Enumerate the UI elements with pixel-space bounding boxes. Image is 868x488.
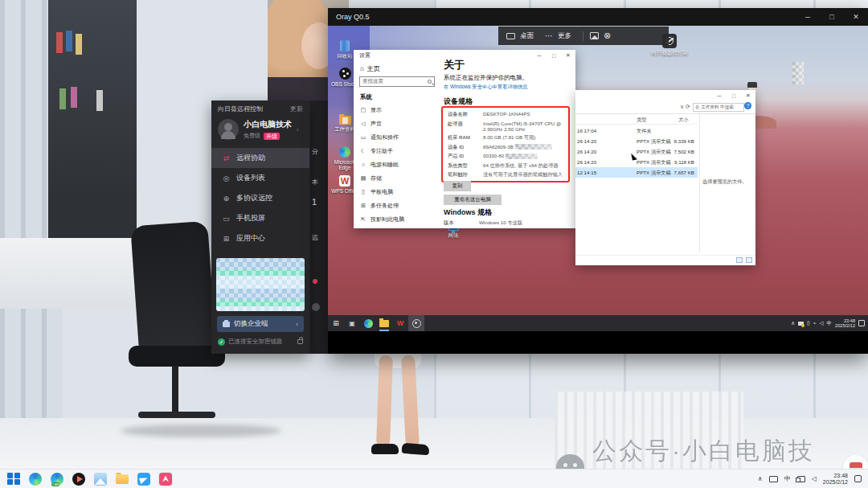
tray-network-icon[interactable]: ⌁ xyxy=(813,320,817,326)
nav-item-notifications[interactable]: ▭通知和操作 xyxy=(354,130,440,144)
tray-notification-icon[interactable] xyxy=(858,320,865,326)
remote-settings-button[interactable] xyxy=(408,315,424,331)
multi-protocol-icon xyxy=(222,195,231,203)
sunflower-icon xyxy=(159,473,172,486)
tray-clock[interactable]: 23:48 2025/2/12 xyxy=(835,318,855,329)
book-spine xyxy=(76,34,82,55)
nav-item-power[interactable]: ○电源和睡眠 xyxy=(354,158,440,171)
nav-item-focus[interactable]: ☾专注助手 xyxy=(354,144,440,158)
toolbar-desktop-label[interactable]: 桌面 xyxy=(520,31,534,41)
screenshot-icon[interactable] xyxy=(590,32,599,39)
tray-ime[interactable]: 中 xyxy=(827,320,833,327)
file-row[interactable]: 26 14:20PPTX 演示文稿7,502 KB xyxy=(575,146,698,157)
close-button[interactable]: ✕ xyxy=(844,8,868,26)
sidebar-item-phone-cast[interactable]: 手机投屏 xyxy=(211,208,309,228)
taskbar-media-player-button[interactable] xyxy=(72,472,86,486)
tray-ime[interactable]: 中 xyxy=(784,474,791,483)
edge-icon xyxy=(364,319,373,328)
rename-pc-button[interactable]: 重命名这台电脑 xyxy=(444,195,502,205)
paper-plane-app-icon xyxy=(137,473,150,486)
device-list-icon xyxy=(222,174,231,182)
tray-chevron-up-icon[interactable]: ∧ xyxy=(791,320,795,326)
minimize-button[interactable]: ─ xyxy=(796,8,820,26)
taskbar-edge-canary-button[interactable]: CAN xyxy=(50,472,64,486)
nav-item-display[interactable]: ▢显示 xyxy=(354,103,440,117)
nav-item-storage[interactable]: ▤存储 xyxy=(354,171,440,185)
toolbar-more-label[interactable]: 更多 xyxy=(558,31,571,41)
tray-chevron-up-icon[interactable]: ∧ xyxy=(758,475,763,482)
spec-row: 机带 RAM8.00 GB (7.81 GB 可用) xyxy=(448,134,565,141)
oray-titlebar[interactable]: Oray Q0.5 ─ □ ✕ xyxy=(328,8,868,26)
nav-item-multitasking[interactable]: ⊞多任务处理 xyxy=(354,199,440,212)
device-spec-highlight-box: 设备名称DESKTOP-1KN44PS 处理器Intel(R) Core(TM)… xyxy=(441,106,570,182)
sidebar-item-app-center[interactable]: 应用中心 xyxy=(211,228,309,248)
file-row-selected[interactable]: 12 14:15PPTX 演示文稿7,657 KB xyxy=(575,167,698,178)
explorer-titlebar[interactable]: ─ □ ✕ xyxy=(575,90,755,101)
column-type[interactable]: 类型 xyxy=(637,117,647,124)
edge-icon xyxy=(339,146,350,158)
remote-edge-button[interactable] xyxy=(360,315,376,331)
remote-wps-button[interactable]: W xyxy=(392,315,408,331)
book-spine xyxy=(59,88,66,109)
nav-item-sound[interactable]: ◁声音 xyxy=(354,117,440,130)
notification-center-icon[interactable] xyxy=(854,475,862,482)
security-center-link[interactable]: 在 Windows 安全中心中查看详细信息 xyxy=(444,84,528,91)
detail-view-button[interactable] xyxy=(746,257,752,263)
host-clock[interactable]: 23:48 2025/2/12 xyxy=(823,473,848,486)
app-center-icon xyxy=(222,235,231,243)
ad-banner-blurred[interactable] xyxy=(216,258,305,311)
host-taskbar: CAN ∧ 中 23:48 2025/2/12 xyxy=(0,469,868,488)
sidebar-item-device-list[interactable]: 设备列表 xyxy=(211,168,309,188)
home-icon: ⌂ xyxy=(360,65,364,72)
tray-security-flag-icon[interactable] xyxy=(798,322,804,326)
nav-item-projecting[interactable]: ⇱投影到此电脑 xyxy=(354,212,440,226)
wallpaper-chair-seat xyxy=(129,346,225,367)
taskbar-sunflower-button[interactable] xyxy=(158,472,173,486)
tray-volume-icon[interactable]: ◁ xyxy=(820,320,824,326)
remote-task-view-button[interactable] xyxy=(344,315,360,331)
taskbar-blue-app-button[interactable] xyxy=(137,472,151,486)
close-button[interactable]: ✕ xyxy=(741,90,755,101)
taskbar-photos-button[interactable] xyxy=(93,472,108,486)
sidebar-item-multi-protocol[interactable]: 多协议远控 xyxy=(211,188,309,208)
taskbar-edge-button[interactable] xyxy=(28,472,43,486)
file-row[interactable]: 26 14:20PPTX 演示文稿8,339 KB xyxy=(575,136,698,146)
tray-phone-icon[interactable]: ▯ xyxy=(807,320,810,326)
list-view-button[interactable] xyxy=(736,257,743,263)
help-icon[interactable]: ? xyxy=(744,102,751,109)
touch-keyboard-icon[interactable] xyxy=(769,476,778,482)
column-size[interactable]: 大小 xyxy=(678,117,689,124)
switch-enterprise-button[interactable]: 切换企业端 › xyxy=(217,316,304,332)
settings-search-input[interactable]: 查找设置 xyxy=(359,76,435,87)
settings-home[interactable]: ⌂ 主页 xyxy=(360,64,380,73)
maximize-button[interactable]: □ xyxy=(727,90,741,101)
file-row[interactable]: 16 17:04文件夹 xyxy=(575,125,698,136)
projecting-icon: ⇱ xyxy=(360,216,366,223)
taskbar-explorer-button[interactable] xyxy=(115,472,129,486)
remote-start-button[interactable] xyxy=(328,315,344,331)
panel-fragment: 本 xyxy=(312,178,328,187)
minimize-button[interactable]: ─ xyxy=(712,90,727,101)
copy-button[interactable]: 复制 xyxy=(444,181,471,191)
maximize-button[interactable]: □ xyxy=(820,8,844,26)
profile-card[interactable]: 小白电脑技术 免费级 升级 › xyxy=(211,113,309,145)
start-button[interactable] xyxy=(6,472,21,486)
disconnect-icon[interactable] xyxy=(604,31,611,41)
network-icon[interactable] xyxy=(797,476,805,482)
sidebar-menu: 远程协助 设备列表 多协议远控 手机投屏 应用中心 xyxy=(211,148,309,248)
volume-icon[interactable] xyxy=(812,475,817,482)
update-link[interactable]: 更新 xyxy=(290,105,303,113)
sidebar-item-label: 应用中心 xyxy=(236,233,265,244)
wps-icon: W xyxy=(339,175,350,187)
upgrade-badge[interactable]: 升级 xyxy=(264,133,280,140)
edge-icon xyxy=(29,473,42,486)
explorer-search-input[interactable]: 在 工作资料 中搜索 xyxy=(693,103,744,112)
explorer-address-row: ∨ ⟳ 在 工作资料 中搜索 ? xyxy=(575,101,755,114)
settings-section-label: 系统 xyxy=(360,93,372,101)
file-list: 16 17:04文件夹 26 14:20PPTX 演示文稿8,339 KB 26… xyxy=(575,125,698,178)
windows-icon xyxy=(7,473,20,486)
sidebar-item-remote-assist[interactable]: 远程协助 xyxy=(211,148,309,168)
remote-explorer-button[interactable] xyxy=(376,315,392,331)
refresh-icon[interactable]: ∨ ⟳ xyxy=(680,104,690,110)
nav-item-tablet[interactable]: ▯平板电脑 xyxy=(354,185,440,199)
